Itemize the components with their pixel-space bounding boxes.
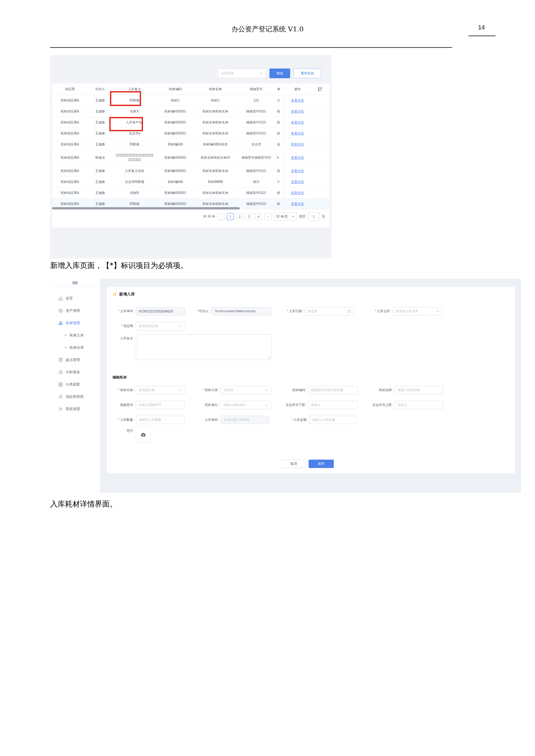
cell-name: 耗材名称耗材名称 [194,128,237,139]
sidebar-item-suppliers[interactable]: 供应商管理 [50,391,100,403]
view-details-link[interactable]: 查看详情 [291,180,304,184]
unit-select[interactable]: 请输入物品单位 [221,401,271,409]
material-category-select[interactable]: 请选择 [221,386,271,394]
gear-icon [59,407,63,411]
cell-unit: 箱 [276,128,284,139]
save-button[interactable]: 保存 [309,460,334,468]
view-details-link[interactable]: 查看详情 [291,155,304,160]
page-button-1[interactable]: 1 [227,213,234,220]
cancel-button[interactable]: 取消 [281,460,306,468]
page-button-4[interactable]: 4 [255,213,262,220]
edit-section-title: 编辑耗材 [113,375,127,380]
table-row: 耗材供应商A王越春阿斯顿耗材C耗材C123引查看详情 [52,95,330,106]
inventory-icon [59,358,63,362]
sidebar-item-label: 分析报表 [66,370,80,375]
stock-max-input[interactable]: 请输入 [395,401,443,409]
warehouse-select[interactable]: 请选择入库仓库 [393,307,442,315]
remark-textarea[interactable] [136,334,272,360]
sidebar: 首页 资产管理 耗材管理 耗材入库 耗材出库 盘点管理 [50,279,100,493]
cell-handler: 王越春 [88,106,113,117]
cell-handler: 王越春 [88,95,113,106]
qty-input[interactable]: 请填写入库数量 [136,416,185,424]
warehouse-label: 入库仓库 [369,309,391,313]
sidebar-item-consumable-inbound[interactable]: 耗材入库 [50,329,100,341]
cell-remark: 2222222222222222222222222222 [113,150,156,165]
jump-page-input[interactable]: 1 [308,213,320,220]
page-button-3[interactable]: 3 [245,213,253,220]
filter-button[interactable]: 筛选 [269,68,290,78]
sidebar-item-label: 盘点管理 [66,358,80,362]
cell-code: 耗材编码B [156,139,194,149]
pagination-total: 共 34 条 [203,214,215,219]
reset-filter-button[interactable]: 重置筛选 [294,68,321,78]
supplier-select[interactable]: 请选择供应商 [136,322,185,330]
cell-remark: 阿斯顿 [113,139,156,149]
page-size-select[interactable]: 10 条/页 [274,213,297,220]
screenshot-consumable-list: 仓库筛选 筛选 重置筛选 供应商 经办人 入库备注 耗材编码 耗材名称 规格型号… [50,55,331,258]
table-body: 耗材供应商A王越春阿斯顿耗材C耗材C123引查看详情耗材供应商A王越春安师大耗材… [52,95,330,209]
sidebar-item-consumable-outbound[interactable]: 耗材出库 [50,341,100,354]
jump-label: 跳至 [299,214,306,219]
cell-code: 耗材编码00001 [156,117,194,128]
cell-tools [310,128,330,139]
view-details-link[interactable]: 查看详情 [291,109,304,114]
sidebar-nav: 首页 资产管理 耗材管理 耗材入库 耗材出库 盘点管理 [50,287,100,415]
qty-label: 入库数量 [111,418,134,422]
table-header: 供应商 经办人 入库备注 耗材编码 耗材名称 规格型号 单 操作 [52,83,330,95]
view-details-link[interactable]: 查看详情 [291,142,304,147]
cell-name: 耗材C [194,95,237,106]
form-title: 新增入库 [119,291,135,297]
amount-input[interactable]: 请输入入库金额 [309,416,356,424]
sidebar-item-assets[interactable]: 资产管理 [50,305,100,317]
spec-input[interactable]: 请输入规格型号 [136,401,185,409]
sidebar-item-system[interactable]: 系统管理 [50,403,100,415]
cell-tools [310,199,330,209]
cell-name: 耗材编码B的信息 [194,139,237,149]
cell-spec: 规格型号0101 [237,106,276,117]
cell-name: 耗材名称耗材名称 [194,187,237,198]
price-field: 自动计算入库单价 [221,416,269,424]
stock-min-input[interactable]: 请输入 [308,401,358,409]
cell-action: 查看详情 [284,199,310,209]
photo-upload-box[interactable] [136,427,151,443]
category-icon [59,382,63,387]
view-details-link[interactable]: 查看详情 [291,120,304,125]
warehouse-filter-select[interactable]: 仓库筛选 [218,68,266,78]
view-details-link[interactable]: 查看详情 [291,202,304,206]
horizontal-scrollbar[interactable] [52,207,240,209]
jump-suffix: 页 [322,214,325,219]
page-button-2[interactable]: 2 [236,213,243,220]
view-details-link[interactable]: 查看详情 [291,98,304,103]
sidebar-item-consumables[interactable]: 耗材管理 [50,317,100,329]
cell-tools [310,95,330,106]
sidebar-collapse-toggle[interactable] [72,281,78,284]
remark-label: 入库备注 [111,336,134,341]
material-code-input[interactable]: 根据耗材名称自动回填 [308,386,358,394]
card-header: ↺ 新增入库 [113,291,135,297]
material-name-select[interactable]: 请选择名称 [136,386,185,394]
view-details-link[interactable]: 查看详情 [291,131,304,136]
stock-min-label: 安全库存下限 [276,403,306,407]
sidebar-header [50,279,100,287]
caption-detail-page: 入库耗材详情界面。 [50,499,117,509]
view-details-link[interactable]: 查看详情 [291,169,304,173]
annotation-red-box-2 [109,117,143,131]
cell-supplier: 耗材供应商A [52,187,88,198]
sidebar-item-categories[interactable]: 分类设置 [50,378,100,391]
next-page-button[interactable]: › [264,213,271,220]
cell-action: 查看详情 [284,166,310,176]
cell-unit: 个 [276,176,284,187]
cell-code: 耗材编码00001 [156,187,194,198]
material-brand-input[interactable]: 请输入物品品牌 [395,386,443,394]
sidebar-item-home[interactable]: 首页 [50,292,100,305]
order-no-field: HCRK20210918094525 [136,307,185,315]
resize-grip-icon[interactable] [268,357,271,359]
sidebar-item-inventory[interactable]: 盘点管理 [50,354,100,366]
sidebar-item-reports[interactable]: 分析报表 [50,366,100,378]
date-field[interactable]: 请选择 [305,307,354,315]
prev-page-button[interactable]: ‹ [217,213,224,220]
view-details-link[interactable]: 查看详情 [291,191,304,195]
column-settings-icon[interactable] [318,87,322,92]
cell-name: 耗材名称耗材名称 [194,117,237,128]
cell-spec: 规格型号0101 [237,117,276,128]
